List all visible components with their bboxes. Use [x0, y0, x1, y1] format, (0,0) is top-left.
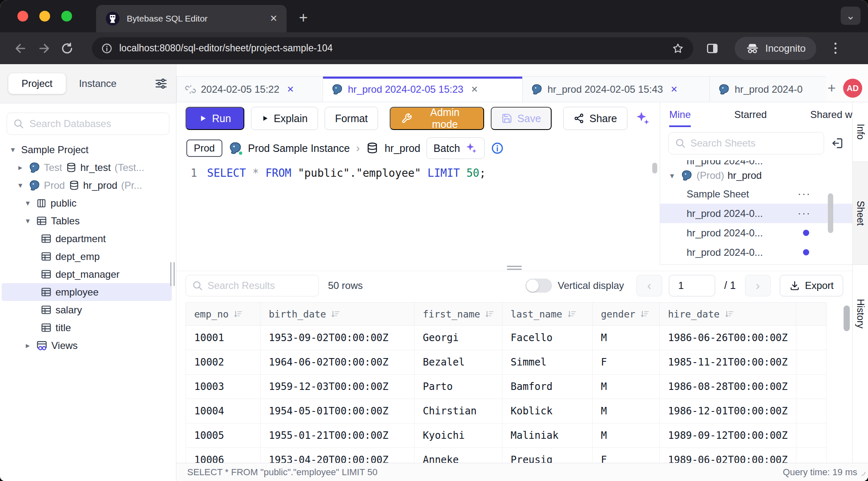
close-tab-icon[interactable]: ✕	[287, 84, 294, 94]
environment-chip[interactable]: Prod	[186, 139, 222, 157]
site-info-icon[interactable]	[101, 43, 113, 54]
column-header-birth-date[interactable]: birth_date	[260, 303, 415, 326]
editor-scrollbar[interactable]	[652, 163, 657, 173]
tree-item-prod-db[interactable]: ▾ Prod hr_prod (Pr...	[0, 176, 176, 194]
back-icon[interactable]	[9, 37, 32, 60]
minimize-window-button[interactable]	[39, 11, 50, 22]
caret-down-icon[interactable]: ▾	[670, 171, 681, 180]
reload-icon[interactable]	[55, 37, 79, 60]
url-bar[interactable]: localhost:8080/sql-editor/sheet/project-…	[92, 37, 693, 60]
tab-mine[interactable]: Mine	[669, 109, 691, 127]
horizontal-splitter[interactable]	[176, 265, 852, 271]
save-button[interactable]: Save	[491, 107, 552, 130]
chevron-down-icon[interactable]: ⌄	[841, 7, 861, 25]
filter-sliders-icon[interactable]	[154, 77, 168, 90]
column-header-hire-date[interactable]: hire_date	[660, 303, 796, 326]
forward-icon[interactable]	[32, 37, 55, 60]
sort-icon[interactable]	[725, 309, 735, 319]
tree-item-schema-public[interactable]: ▾ public	[0, 194, 176, 212]
instance-name[interactable]: Prod Sample Instance	[248, 142, 350, 154]
caret-right-icon[interactable]: ▸	[16, 163, 25, 172]
resize-grip-icon[interactable]	[856, 466, 866, 479]
vertical-display-toggle[interactable]	[526, 279, 552, 293]
editor-tab-1[interactable]: 2024-02-05 15:22 ✕	[176, 76, 323, 102]
tree-item-table-salary[interactable]: salary	[0, 301, 176, 319]
database-name[interactable]: hr_prod	[385, 142, 420, 154]
export-button[interactable]: Export	[780, 275, 843, 296]
maximize-window-button[interactable]	[61, 11, 72, 22]
tree-item-table-dept-emp[interactable]: dept_emp	[0, 248, 176, 265]
sheet-list-scrollbar[interactable]	[828, 193, 833, 233]
caret-right-icon[interactable]: ▸	[23, 341, 32, 350]
tree-item-project[interactable]: ▾ Sample Project	[0, 141, 176, 159]
caret-down-icon[interactable]: ▾	[8, 145, 17, 154]
results-search-input[interactable]	[207, 280, 313, 291]
url-text[interactable]: localhost:8080/sql-editor/sheet/project-…	[119, 43, 672, 54]
sort-icon[interactable]	[234, 309, 244, 319]
browser-tab[interactable]: Bytebase SQL Editor ✕	[96, 5, 287, 32]
results-scrollbar[interactable]	[844, 305, 850, 331]
close-tab-icon[interactable]: ✕	[670, 84, 678, 94]
sheet-group-prod-hr-prod[interactable]: ▾ (Prod) hr_prod	[660, 167, 852, 184]
tree-item-views-group[interactable]: ▸ Views	[0, 337, 176, 354]
sort-icon[interactable]	[331, 309, 341, 319]
close-tab-icon[interactable]: ✕	[471, 84, 478, 94]
editor-tab-3[interactable]: hr_prod 2024-02-05 15:43 ✕	[523, 76, 710, 102]
results-search[interactable]	[186, 275, 319, 296]
column-header-last-name[interactable]: last_name	[502, 303, 593, 326]
next-page-button[interactable]: ›	[745, 275, 771, 296]
browser-menu-icon[interactable]	[827, 43, 844, 54]
new-browser-tab-button[interactable]: +	[299, 9, 308, 26]
format-button[interactable]: Format	[325, 107, 378, 130]
tree-item-tables-group[interactable]: ▾ Tables	[0, 212, 176, 230]
tab-info[interactable]: Info	[853, 102, 868, 161]
explain-button[interactable]: Explain	[251, 107, 318, 130]
batch-button[interactable]: Batch	[427, 137, 485, 159]
sort-icon[interactable]	[485, 309, 495, 319]
user-avatar[interactable]: AD	[843, 79, 862, 98]
share-button[interactable]: Share	[563, 107, 627, 130]
tree-item-table-employee-selected[interactable]: employee	[2, 283, 172, 301]
sort-icon[interactable]	[567, 309, 577, 319]
database-search-input[interactable]	[29, 118, 163, 130]
tab-starred[interactable]: Starred	[734, 109, 767, 127]
sheet-item-partial[interactable]: hr_prod 2024-0...	[660, 160, 852, 167]
sql-code-editor[interactable]: 1 SELECT * FROM "public"."employee" LIMI…	[176, 162, 660, 265]
column-header-first-name[interactable]: first_name	[415, 303, 502, 326]
sheet-search-input[interactable]	[690, 137, 818, 149]
column-header-emp-no[interactable]: emp_no	[186, 303, 260, 326]
new-sheet-tab-button[interactable]: +	[827, 80, 836, 96]
sidebar-resize-handle[interactable]	[170, 262, 175, 286]
sheet-search[interactable]	[668, 132, 824, 154]
sql-line[interactable]: SELECT * FROM "public"."employee" LIMIT …	[207, 167, 486, 265]
tab-project[interactable]: Project	[8, 73, 66, 94]
more-menu-icon[interactable]: ···	[798, 207, 811, 220]
admin-mode-button[interactable]: Admin mode	[390, 107, 484, 130]
tab-shared[interactable]: Shared w	[810, 109, 852, 127]
tab-history[interactable]: History	[853, 265, 868, 362]
collapse-panel-icon[interactable]	[831, 137, 844, 150]
tree-item-table-title[interactable]: title	[0, 319, 176, 337]
tree-item-table-department[interactable]: department	[0, 230, 176, 248]
info-circle-icon[interactable]	[491, 142, 504, 155]
database-search[interactable]	[7, 113, 169, 135]
tab-sheet-active[interactable]: Sheet	[853, 161, 868, 265]
more-menu-icon[interactable]: ···	[798, 188, 811, 200]
caret-down-icon[interactable]: ▾	[16, 180, 25, 190]
column-header-gender[interactable]: gender	[593, 303, 660, 326]
close-tab-icon[interactable]: ✕	[270, 13, 277, 24]
sheet-item-unsaved-partial[interactable]: hr_prod 2024-0...	[660, 243, 852, 262]
editor-tab-2-active[interactable]: hr_prod 2024-02-05 15:23 ✕	[323, 76, 523, 102]
sheet-item-sample-sheet[interactable]: Sample Sheet ···	[660, 184, 852, 204]
side-panel-icon[interactable]	[701, 37, 724, 60]
prev-page-button[interactable]: ‹	[637, 275, 662, 296]
run-button[interactable]: Run	[186, 107, 244, 130]
page-number-input[interactable]	[669, 275, 715, 296]
close-window-button[interactable]	[17, 11, 28, 22]
caret-down-icon[interactable]: ▾	[23, 198, 32, 208]
tree-item-table-dept-manager[interactable]: dept_manager	[0, 265, 176, 283]
caret-down-icon[interactable]: ▾	[23, 216, 32, 226]
tab-instance[interactable]: Instance	[66, 73, 130, 94]
editor-tab-4[interactable]: hr_prod 2024-0	[710, 76, 826, 102]
sheet-item-selected[interactable]: hr_prod 2024-0... ···	[660, 204, 852, 223]
